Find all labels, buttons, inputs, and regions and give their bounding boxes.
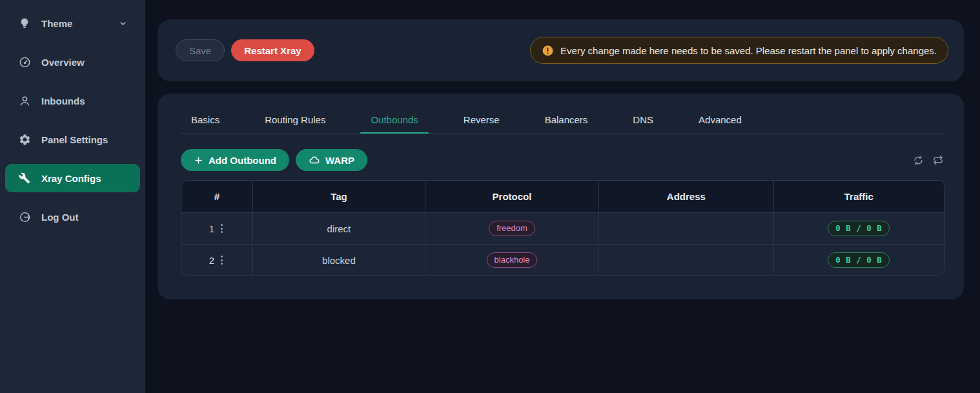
save-button[interactable]: Save (176, 39, 225, 61)
column-header-address: Address (599, 181, 773, 212)
row-address-cell (599, 245, 773, 276)
sidebar-item-label: Xray Configs (41, 173, 101, 184)
chevron-down-icon (119, 19, 127, 28)
traffic-badge: 0 B / 0 B (828, 252, 890, 268)
restart-xray-button[interactable]: Restart Xray (231, 39, 314, 61)
traffic-badge: 0 B / 0 B (828, 221, 890, 236)
plus-icon (194, 156, 203, 165)
tab-routing-rules[interactable]: Routing Rules (254, 106, 336, 133)
sidebar-item-label: Log Out (41, 212, 78, 223)
gear-icon (18, 133, 31, 146)
row-protocol-cell: freedom (425, 213, 599, 244)
row-menu-icon[interactable] (219, 253, 225, 267)
tab-basics[interactable]: Basics (181, 106, 230, 133)
cloud-icon (309, 154, 320, 166)
row-index-cell: 1 (181, 213, 253, 244)
row-index-cell: 2 (181, 245, 253, 276)
table-row: 2 blocked blackhole 0 B / 0 B (181, 244, 944, 276)
refresh-button[interactable] (913, 155, 924, 166)
tab-outbounds[interactable]: Outbounds (360, 106, 428, 133)
sidebar-item-label: Theme (41, 18, 72, 29)
alert-text: Every change made here needs to be saved… (560, 45, 937, 56)
sidebar-item-theme[interactable]: Theme (5, 9, 140, 37)
sidebar-item-log-out[interactable]: Log Out (5, 203, 140, 231)
warp-button[interactable]: WARP (296, 149, 367, 171)
tab-reverse[interactable]: Reverse (453, 106, 510, 133)
bulb-icon (18, 17, 31, 30)
main-content: Save Restart Xray Every change made here… (145, 0, 980, 393)
row-tag-cell: blocked (253, 245, 425, 276)
row-protocol-cell: blackhole (425, 245, 599, 276)
column-header-index: # (181, 181, 253, 212)
table-row: 1 direct freedom 0 B / 0 B (181, 212, 944, 244)
sidebar-item-overview[interactable]: Overview (5, 48, 140, 76)
xray-config-card: Basics Routing Rules Outbounds Reverse B… (158, 94, 964, 299)
row-index: 2 (209, 255, 214, 266)
warning-icon (542, 45, 554, 57)
protocol-badge: blackhole (487, 252, 538, 268)
actions-row: Add Outbound WARP (181, 149, 944, 171)
logout-icon (18, 210, 31, 223)
warning-alert: Every change made here needs to be saved… (530, 37, 948, 64)
row-traffic-cell: 0 B / 0 B (774, 213, 944, 244)
sync-icon (913, 155, 924, 166)
add-outbound-button[interactable]: Add Outbound (181, 149, 289, 171)
reload-config-button[interactable] (933, 155, 943, 165)
toolbar-card: Save Restart Xray Every change made here… (158, 19, 964, 81)
sidebar-item-panel-settings[interactable]: Panel Settings (5, 125, 140, 154)
table-tools (913, 155, 944, 166)
wrench-icon (18, 172, 31, 185)
protocol-badge: freedom (489, 221, 535, 236)
tab-dns[interactable]: DNS (622, 106, 664, 133)
sidebar-item-xray-configs[interactable]: Xray Configs (5, 164, 140, 192)
sidebar-item-label: Inbounds (41, 96, 85, 106)
sidebar-item-inbounds[interactable]: Inbounds (5, 86, 140, 115)
column-header-protocol: Protocol (425, 181, 599, 212)
sidebar: Theme Overview Inbounds Pane (0, 0, 145, 393)
row-menu-icon[interactable] (219, 221, 225, 236)
row-traffic-cell: 0 B / 0 B (774, 245, 944, 276)
tab-advanced[interactable]: Advanced (688, 106, 752, 133)
person-icon (18, 94, 31, 107)
outbounds-table: # Tag Protocol Address Traffic 1 direct … (181, 180, 944, 276)
row-index: 1 (209, 223, 214, 234)
tab-balancers[interactable]: Balancers (535, 106, 598, 133)
row-tag-cell: direct (253, 213, 425, 244)
sidebar-item-label: Panel Settings (41, 134, 108, 145)
column-header-tag: Tag (253, 181, 425, 212)
row-address-cell (599, 213, 773, 244)
repeat-icon (933, 155, 943, 165)
sidebar-item-label: Overview (41, 57, 85, 68)
column-header-traffic: Traffic (774, 181, 944, 212)
tab-bar: Basics Routing Rules Outbounds Reverse B… (181, 106, 944, 134)
gauge-icon (18, 55, 31, 68)
table-header-row: # Tag Protocol Address Traffic (181, 181, 944, 212)
